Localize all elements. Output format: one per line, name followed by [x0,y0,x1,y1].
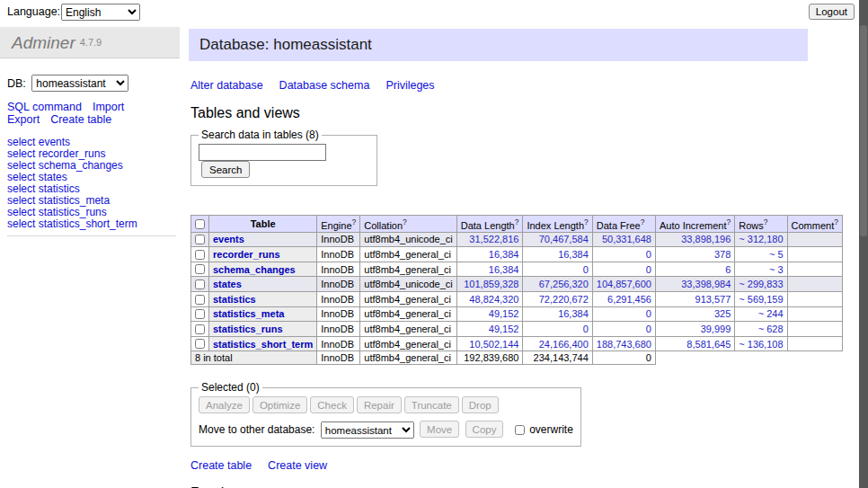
table-name-cell: states [209,277,317,292]
row-checkbox[interactable] [195,339,205,349]
cell-auto-increment: 378 [655,247,734,262]
create-view-link[interactable]: Create view [268,459,327,472]
sidebar-select-link[interactable]: select [7,159,35,172]
sidebar-select-link[interactable]: select [7,194,35,207]
sidebar-table-link-statistics-runs[interactable]: statistics_runs [39,206,107,218]
table-name-cell: events [209,232,317,247]
db-action-privileges[interactable]: Privileges [385,79,434,92]
column-help-link[interactable]: ? [727,217,731,226]
selected-repair-button[interactable]: Repair [357,396,402,413]
sidebar-select-link[interactable]: select [7,217,35,230]
scrollbar-thumb[interactable] [860,25,867,236]
sidebar-table-link-states[interactable]: states [39,171,67,183]
sidebar-link-create-table[interactable]: Create table [50,113,111,126]
create-table-link[interactable]: Create table [190,459,252,472]
sidebar-select-link[interactable]: select [7,136,35,148]
overwrite-checkbox[interactable] [515,425,525,435]
column-help-link[interactable]: ? [515,217,519,226]
sidebar-table-link-recorder-runs[interactable]: recorder_runs [39,147,106,160]
cell-index-length: 16,384 [523,306,592,322]
total-collation-cell: utf8mb4_general_ci [360,351,456,365]
row-checkbox[interactable] [195,295,205,305]
selected-analyze-button[interactable]: Analyze [199,396,250,413]
column-help-link[interactable]: ? [352,217,357,226]
main-content: MySQL»Server»Database: homeassistant Dat… [180,0,811,488]
tables-section-title: Tables and views [190,105,811,121]
create-links: Create tableCreate view [190,459,811,473]
table-name-link-events[interactable]: events [213,234,244,244]
move-db-select[interactable]: homeassistant [321,421,414,439]
cell-rows: ~ 312,180 [735,232,787,247]
table-name-link-recorder-runs[interactable]: recorder_runs [213,249,280,260]
table-name-link-statistics-meta[interactable]: statistics_meta [213,308,285,319]
cell-auto-increment: 39,999 [655,322,734,337]
sidebar-link-import[interactable]: Import [93,101,124,113]
row-checkbox[interactable] [195,250,205,260]
row-checkbox[interactable] [195,309,205,319]
search-input[interactable] [199,144,326,161]
top-bar: Language: English Logout [0,0,868,23]
row-checkbox-cell [191,262,209,277]
sidebar-table-link-statistics-meta[interactable]: statistics_meta [39,194,110,207]
cell-collation: utf8mb4_general_ci [360,262,456,277]
adminer-logo-link[interactable]: Adminer [12,33,75,52]
table-name-cell: recorder_runs [209,247,317,262]
language-select[interactable]: English [61,4,140,21]
table-name-link-statistics[interactable]: statistics [213,294,256,305]
table-name-link-states[interactable]: states [213,279,242,289]
sidebar-select-link[interactable]: select [7,206,35,218]
sidebar-table-link-schema-changes[interactable]: schema_changes [39,159,123,172]
cell-data-length: 48,824,320 [456,292,523,307]
cell-collation: utf8mb4_general_ci [360,306,456,322]
copy-button[interactable]: Copy [465,421,504,438]
db-action-alter-database[interactable]: Alter database [190,79,263,92]
sidebar-table-link-events[interactable]: events [39,136,70,148]
row-checkbox[interactable] [195,279,205,289]
column-help-link[interactable]: ? [641,217,645,226]
sidebar-table-link-statistics-short-term[interactable]: statistics_short_term [39,217,137,230]
column-help-link[interactable]: ? [764,217,768,226]
vertical-scrollbar[interactable] [859,0,868,488]
table-name-cell: schema_changes [209,262,317,277]
table-name-link-statistics-short-term[interactable]: statistics_short_term [213,339,313,350]
table-name-cell: statistics_short_term [209,336,317,351]
cell-data-free: 188,743,680 [592,336,655,351]
select-all-checkbox[interactable] [195,219,205,229]
db-selector-row: DB: homeassistant [7,75,180,92]
search-button[interactable]: Search [201,161,250,178]
move-button[interactable]: Move [420,421,459,438]
column-help-link[interactable]: ? [403,217,407,226]
cell-data-length: 31,522,816 [456,232,523,247]
overwrite-label: overwrite [529,423,573,436]
sidebar-link-export[interactable]: Export [7,113,40,126]
search-fieldset: Search data in tables (8) Search [190,129,377,186]
table-name-link-statistics-runs[interactable]: statistics_runs [213,324,283,334]
db-select[interactable]: homeassistant [31,75,128,92]
row-checkbox[interactable] [195,264,205,274]
table-row: statisticsInnoDButf8mb4_general_ci48,824… [191,292,843,307]
cell-rows: ~ 136,108 [735,336,787,351]
cell-engine: InnoDB [317,322,360,337]
row-checkbox[interactable] [195,324,205,334]
column-help-link[interactable]: ? [584,217,589,226]
sidebar-select-link[interactable]: select [7,182,35,195]
cell-engine: InnoDB [317,277,360,292]
sidebar-link-sql-command[interactable]: SQL command [7,101,82,113]
sidebar-select-link[interactable]: select [7,171,35,183]
cell-engine: InnoDB [317,262,360,277]
sidebar-table-link-statistics[interactable]: statistics [39,182,80,195]
column-header-collation: Collation? [360,216,456,233]
cell-rows: ~ 5 [735,247,787,262]
selected-truncate-button[interactable]: Truncate [404,396,459,413]
column-help-link[interactable]: ? [834,217,838,226]
logout-button[interactable]: Logout [809,4,855,20]
selected-check-button[interactable]: Check [310,396,354,413]
cell-collation: utf8mb4_general_ci [360,336,456,351]
db-label: DB: [7,77,26,90]
db-action-database-schema[interactable]: Database schema [279,79,370,92]
row-checkbox[interactable] [195,235,205,244]
table-name-link-schema-changes[interactable]: schema_changes [213,264,296,275]
selected-drop-button[interactable]: Drop [462,396,499,413]
selected-optimize-button[interactable]: Optimize [252,396,307,413]
sidebar-select-link[interactable]: select [7,147,35,160]
